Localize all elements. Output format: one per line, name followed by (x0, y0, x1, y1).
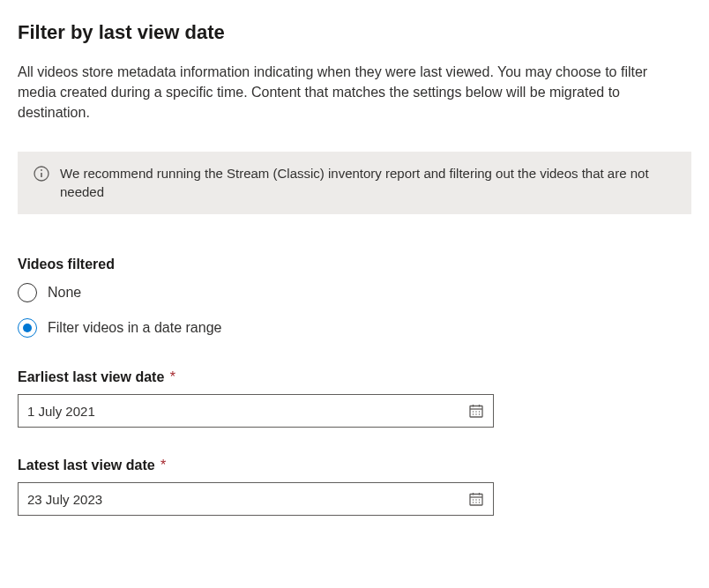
svg-point-20 (473, 502, 474, 502)
calendar-icon[interactable] (468, 403, 484, 419)
radio-selected-dot (23, 324, 32, 332)
radio-option-range[interactable]: Filter videos in a date range (18, 318, 691, 338)
radio-option-none[interactable]: None (18, 283, 691, 302)
filter-radio-group: None Filter videos in a date range (18, 283, 691, 338)
recommendation-banner: We recommend running the Stream (Classic… (18, 152, 691, 215)
svg-point-12 (479, 413, 480, 414)
calendar-icon[interactable] (468, 491, 484, 507)
svg-point-7 (473, 411, 474, 412)
svg-point-22 (479, 502, 480, 502)
label-text: Latest last view date (18, 458, 155, 473)
page-description: All videos store metadata information in… (18, 62, 688, 123)
earliest-date-field: Earliest last view date * 1 July 2021 (18, 369, 494, 428)
earliest-date-input[interactable]: 1 July 2021 (18, 394, 494, 428)
svg-point-2 (41, 169, 42, 171)
svg-point-11 (475, 413, 476, 414)
required-marker: * (170, 369, 175, 384)
svg-point-9 (479, 411, 480, 412)
svg-point-19 (479, 499, 480, 500)
svg-point-17 (473, 499, 474, 500)
required-marker: * (160, 458, 166, 473)
latest-date-label: Latest last view date * (18, 458, 494, 473)
radio-icon (18, 283, 37, 302)
svg-point-10 (473, 413, 474, 414)
svg-point-8 (475, 411, 476, 412)
earliest-date-label: Earliest last view date * (18, 369, 494, 385)
radio-label: None (48, 285, 81, 301)
latest-date-input[interactable]: 23 July 2023 (18, 482, 494, 516)
info-icon (34, 166, 49, 182)
label-text: Earliest last view date (18, 369, 164, 384)
latest-date-value: 23 July 2023 (27, 492, 468, 507)
svg-point-18 (475, 499, 476, 500)
page-title: Filter by last view date (18, 21, 691, 44)
earliest-date-value: 1 July 2021 (27, 404, 468, 419)
latest-date-field: Latest last view date * 23 July 2023 (18, 458, 494, 516)
radio-icon (18, 318, 37, 338)
radio-label: Filter videos in a date range (48, 320, 221, 336)
recommendation-text: We recommend running the Stream (Classic… (60, 164, 675, 203)
svg-point-21 (475, 502, 476, 502)
filter-section-label: Videos filtered (18, 257, 691, 272)
